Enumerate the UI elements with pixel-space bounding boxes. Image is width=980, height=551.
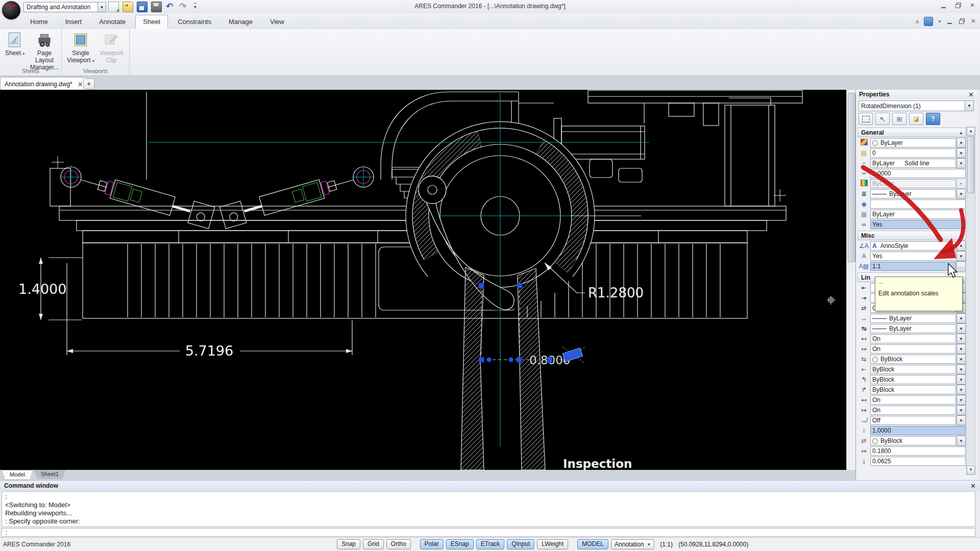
ribbon-tab-view[interactable]: View	[262, 15, 292, 29]
property-value[interactable]: ByLayer	[870, 314, 956, 323]
mdi-restore-icon[interactable]	[958, 18, 965, 25]
mdi-close-icon[interactable]	[970, 18, 977, 25]
property-value[interactable]: ByLayer	[870, 324, 956, 333]
property-value[interactable]: Yes	[870, 252, 956, 261]
chevron-down-icon[interactable]: ▼	[957, 313, 966, 323]
chevron-down-icon[interactable]: ▼	[957, 251, 966, 261]
scroll-up-icon[interactable]: ▲	[967, 127, 975, 136]
chevron-down-icon[interactable]: ▼	[957, 344, 966, 354]
property-value[interactable]: ByBlock	[870, 385, 956, 394]
document-tab[interactable]: Annotation drawing.dwg* ✕	[0, 77, 88, 91]
property-value[interactable]: 0.1800	[870, 446, 966, 456]
ribbon-tab-insert[interactable]: Insert	[58, 15, 90, 29]
property-value[interactable]: 1.0000	[870, 169, 966, 178]
property-value[interactable]: ByLayer	[870, 189, 956, 198]
minimize-icon[interactable]	[940, 2, 947, 9]
chevron-down-icon[interactable]: ▼	[957, 395, 966, 405]
chevron-down-icon[interactable]: ▼	[957, 385, 966, 395]
property-value[interactable]: ByBlock	[870, 355, 956, 364]
select-entities-icon[interactable]	[892, 113, 906, 125]
page-layout-manager-button[interactable]: Page Layout Manager...	[29, 31, 60, 71]
property-value[interactable]: 1.0000	[870, 426, 966, 435]
property-value[interactable]: ByBlock	[870, 436, 956, 445]
restore-icon[interactable]	[954, 2, 962, 9]
ribbon-tab-annotate[interactable]: Annotate	[91, 15, 133, 29]
edit-annotation-scales-button[interactable]: ...	[957, 261, 966, 271]
chevron-down-icon[interactable]: ▼	[957, 436, 966, 446]
select-new-icon[interactable]	[859, 113, 873, 125]
toggle-model[interactable]: MODEL	[577, 539, 608, 549]
toggle-polar[interactable]: Polar	[420, 539, 444, 549]
drawing-canvas[interactable]: 1.4000 5.7196 R1.2800	[0, 90, 846, 470]
toggle-etrack[interactable]: ETrack	[476, 539, 505, 549]
property-value[interactable]: 0	[870, 148, 956, 158]
section-header-misc[interactable]: Misc▴	[857, 231, 966, 240]
chevron-down-icon[interactable]: ▼	[957, 364, 966, 374]
chevron-down-icon[interactable]: ▼	[957, 323, 966, 334]
tab-model[interactable]: Model	[2, 470, 33, 480]
tab-close-icon[interactable]: ✕	[78, 81, 83, 88]
chevron-down-icon[interactable]: ▼	[957, 415, 966, 425]
command-history[interactable]: :<Switching to: Model>Rebuilding viewpor…	[2, 491, 975, 527]
toggle-esnap[interactable]: ESnap	[446, 539, 474, 549]
ribbon-tab-manage[interactable]: Manage	[221, 15, 260, 29]
chevron-down-icon[interactable]: ▼	[957, 148, 966, 158]
drawing-vertical-scrollbar[interactable]	[846, 90, 856, 470]
chevron-down-icon[interactable]: ▼	[965, 101, 973, 111]
property-value[interactable]: On	[870, 406, 956, 415]
section-header-general[interactable]: General▴	[857, 128, 966, 137]
ribbon-tab-constraints[interactable]: Constraints	[170, 15, 219, 29]
property-value[interactable]: Yes	[870, 220, 966, 229]
toggle-grid[interactable]: Grid	[363, 539, 384, 549]
property-value[interactable]: AAnnoStyle	[870, 241, 956, 251]
property-value[interactable]: 1:1	[870, 262, 956, 271]
command-close-icon[interactable]: ✕	[970, 482, 976, 490]
annotation-dropdown[interactable]: Annotation▼	[611, 539, 654, 549]
chevron-down-icon[interactable]: ▼	[957, 189, 966, 199]
scrollbar-thumb[interactable]	[967, 136, 974, 193]
property-value[interactable]: Off	[870, 416, 956, 425]
chevron-down-icon[interactable]: ▼	[957, 179, 966, 189]
property-value[interactable]: 0.0625	[870, 457, 966, 466]
sheet-button[interactable]: Sheet ▾	[0, 31, 30, 57]
property-value[interactable]: ByBlock	[870, 375, 956, 384]
single-viewport-button[interactable]: Single Viewport ▾	[66, 31, 95, 64]
toggle-snap[interactable]: Snap	[337, 539, 360, 549]
property-value[interactable]: ByLayer	[870, 138, 956, 147]
property-value[interactable]: On	[870, 334, 956, 343]
panel-close-icon[interactable]: ✕	[968, 91, 974, 98]
property-value[interactable]: On	[870, 395, 956, 405]
help-icon[interactable]	[924, 17, 933, 26]
help-icon[interactable]	[926, 113, 940, 125]
mdi-minimize-icon[interactable]	[946, 18, 953, 25]
toggle-ortho[interactable]: Ortho	[386, 539, 411, 549]
tab-sheet1[interactable]: Sheet1	[34, 470, 66, 479]
collapse-icon[interactable]: ▴	[960, 130, 962, 135]
property-value[interactable]: ByLayer	[870, 210, 966, 219]
property-value[interactable]: ByLayerSolid line	[870, 159, 956, 168]
chevron-down-icon[interactable]: ▼	[957, 158, 966, 168]
entity-selector[interactable]: RotatedDimension (1) ▼	[859, 101, 974, 111]
property-value[interactable]: ByColor	[870, 179, 956, 188]
help-dropdown-icon[interactable]: ▼	[938, 19, 942, 24]
chevron-down-icon[interactable]: ▼	[957, 405, 966, 415]
properties-scrollbar[interactable]: ▲ ▼	[966, 127, 975, 475]
select-add-icon[interactable]	[875, 113, 890, 125]
scrollbar-thumb[interactable]	[848, 93, 855, 262]
app-logo[interactable]	[2, 1, 20, 19]
ribbon-tab-home[interactable]: Home	[22, 15, 56, 29]
collapse-ribbon-icon[interactable]: ∧	[915, 18, 919, 25]
property-value[interactable]: ByBlock	[870, 365, 956, 374]
toggle-qinput[interactable]: QInput	[507, 539, 534, 549]
chevron-down-icon[interactable]: ▼	[957, 374, 966, 385]
scroll-down-icon[interactable]: ▼	[967, 466, 975, 474]
close-icon[interactable]	[969, 2, 976, 9]
chevron-down-icon[interactable]: ▼	[957, 334, 966, 344]
chevron-down-icon[interactable]: ▼	[957, 354, 966, 364]
property-value[interactable]	[870, 199, 966, 209]
collapse-icon[interactable]: ▴	[960, 233, 962, 238]
ribbon-tab-sheet[interactable]: Sheet	[135, 15, 168, 29]
property-value[interactable]: On	[870, 344, 956, 354]
command-input[interactable]: :	[2, 528, 975, 537]
toggle-lweight[interactable]: LWeight	[537, 539, 568, 549]
